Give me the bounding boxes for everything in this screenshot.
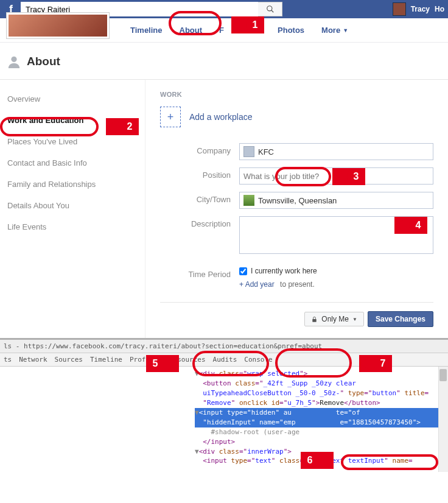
devtools-elements-panel[interactable]: ▼<div class="wrap selected"> <button cla… <box>0 367 448 472</box>
scrollbar-thumb[interactable] <box>439 369 447 381</box>
dt-text: #shadow-root (user-age <box>195 428 299 436</box>
devtools-selected-line[interactable]: ▼<input type="hidden" au te="of <box>195 408 443 418</box>
devtools-tabs: ts Network Sources Timeline Profiles Res… <box>0 353 448 367</box>
svg-line-1 <box>271 10 273 13</box>
svg-point-0 <box>267 6 271 11</box>
city-chip-icon <box>243 195 254 206</box>
dt-text: = <box>408 457 413 465</box>
dt-text: =" <box>255 379 263 387</box>
dt-tab[interactable]: Timeline <box>90 356 122 364</box>
dt-tab[interactable]: Console <box>244 356 272 364</box>
dt-text: " <box>195 399 207 407</box>
topbar-nav-cut[interactable]: Ho <box>435 5 444 13</box>
add-workplace-link[interactable]: Add a workplace <box>189 112 253 122</box>
privacy-label: Only Me <box>321 315 349 323</box>
dt-text: Remove <box>320 399 344 407</box>
dt-text: =" <box>239 448 247 456</box>
tab-photos[interactable]: Photos <box>269 19 313 41</box>
dt-tab[interactable]: Resources <box>169 356 206 364</box>
dt-text: hiddenInput <box>207 418 251 426</box>
lock-icon <box>311 316 318 323</box>
currently-work-label: I currently work here <box>251 267 317 275</box>
label-city: City/Town <box>160 192 239 204</box>
sidebar-item-life-events[interactable]: Life Events <box>0 216 145 237</box>
person-icon <box>7 55 21 68</box>
page-container: f Tracy Ho Timeline About F Photos More▼… <box>0 0 448 472</box>
dt-text: <input <box>199 409 227 417</box>
company-chip-icon <box>243 146 254 157</box>
profile-picture <box>9 15 107 37</box>
row-company: Company KFC <box>160 143 433 160</box>
dt-text: u_7h_5 <box>287 399 312 407</box>
tab-more[interactable]: More▼ <box>313 19 357 41</box>
position-input[interactable] <box>239 167 433 185</box>
about-header: About <box>0 43 448 80</box>
dt-text: =" <box>364 389 372 397</box>
sidebar-item-contact[interactable]: Contact and Basic Info <box>0 152 145 174</box>
tab-about[interactable]: About <box>171 19 211 41</box>
devtools-url: ls - https://www.facebook.com/tracy.rait… <box>0 340 448 353</box>
dt-tab[interactable]: Sources <box>55 356 83 364</box>
dt-tab[interactable]: Network <box>19 356 47 364</box>
privacy-selector[interactable]: Only Me ▼ <box>304 312 364 326</box>
dt-tab[interactable]: Audits <box>213 356 237 364</box>
dt-text: <div <box>199 448 219 456</box>
topbar-right: Tracy Ho <box>393 2 444 16</box>
city-value: Townsville, Queenslan <box>258 196 337 205</box>
dt-text: 188150457873450 <box>352 418 412 426</box>
search-button[interactable] <box>258 2 282 16</box>
dt-text: =" <box>275 418 283 426</box>
dt-text: " <box>384 457 392 465</box>
company-input[interactable]: KFC <box>239 143 433 160</box>
add-year-link[interactable]: + Add year <box>239 280 275 289</box>
chevron-down-icon: ▼ <box>352 317 357 322</box>
avatar[interactable] <box>393 2 406 16</box>
dt-text: <button <box>195 379 235 387</box>
divider <box>160 302 433 303</box>
dt-text: "> <box>284 448 292 456</box>
description-input[interactable] <box>239 216 433 254</box>
chevron-down-icon: ▼ <box>343 27 348 33</box>
dt-text: =" <box>239 370 247 378</box>
work-heading: WORK <box>160 91 433 98</box>
topbar-username[interactable]: Tracy <box>411 5 430 13</box>
currently-work-checkbox[interactable] <box>239 267 247 275</box>
search-icon <box>266 5 275 13</box>
devtools-selected-line2[interactable]: "hiddenInput" name="emp e="1881504578734… <box>195 418 443 427</box>
row-description: Description <box>160 216 433 256</box>
dt-text: button <box>372 389 396 397</box>
dt-text: uiTypeaheadCloseButton _50-0 _50z- <box>195 389 340 397</box>
dt-text: class <box>219 370 239 378</box>
plus-icon[interactable]: + <box>160 107 181 127</box>
dt-text: class <box>235 379 255 387</box>
row-time-period: Time Period I currently work here + Add … <box>160 267 433 289</box>
sidebar-item-details[interactable]: Details About You <box>0 195 145 216</box>
dt-text: " <box>251 418 259 426</box>
sidebar-item-overview[interactable]: Overview <box>0 88 145 110</box>
sidebar-item-family[interactable]: Family and Relationships <box>0 174 145 195</box>
dt-text: hidden <box>251 409 276 417</box>
dt-text: "> <box>413 418 421 426</box>
dt-text: innerWrap <box>247 448 284 456</box>
dt-text: name <box>393 457 409 465</box>
sidebar-item-work-education[interactable]: Work and Education <box>0 110 145 131</box>
label-position: Position <box>160 167 239 180</box>
dt-text: =" <box>279 399 287 407</box>
dt-text: class <box>279 457 299 465</box>
city-input[interactable]: Townsville, Queenslan <box>239 192 433 209</box>
tab-friends-cut[interactable]: F <box>211 19 233 41</box>
save-changes-button[interactable]: Save Changes <box>368 311 433 327</box>
sidebar-item-places[interactable]: Places You've Lived <box>0 131 145 152</box>
profile-picture-box[interactable] <box>6 12 110 39</box>
dt-text: " <box>231 399 239 407</box>
tab-more-label: More <box>321 26 340 35</box>
tab-timeline[interactable]: Timeline <box>122 19 171 41</box>
dt-text: title <box>404 389 424 397</box>
dt-tab[interactable]: Profiles <box>130 356 162 364</box>
dt-text: =" <box>299 457 307 465</box>
dt-text: </input> <box>195 438 235 446</box>
dt-tab[interactable]: ts <box>4 356 12 364</box>
dt-text: ▼ <box>195 409 199 417</box>
devtools-scrollbar[interactable] <box>438 367 448 472</box>
dt-text: " au te="of <box>275 409 360 417</box>
